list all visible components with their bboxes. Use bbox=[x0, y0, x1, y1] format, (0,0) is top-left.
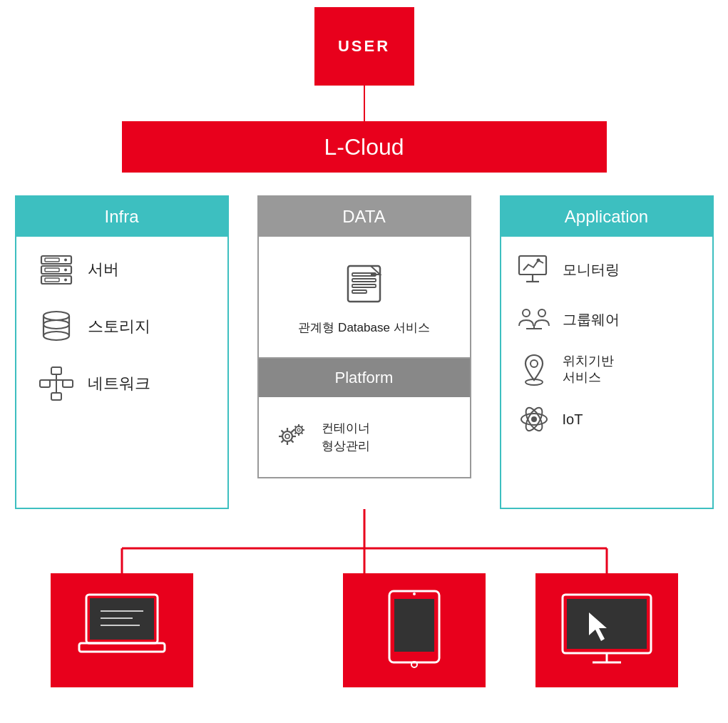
app-item-iot: IoT bbox=[516, 401, 698, 438]
db-label: 관계형 Database 서비스 bbox=[298, 319, 429, 336]
svg-point-52 bbox=[538, 309, 545, 317]
line-user-lcloud bbox=[364, 86, 365, 121]
platform-header: Platform bbox=[259, 359, 470, 397]
network-icon bbox=[38, 365, 75, 402]
server-label: 서버 bbox=[88, 259, 119, 280]
svg-point-57 bbox=[531, 416, 537, 422]
lcloud-label: L-Cloud bbox=[324, 134, 404, 160]
svg-point-75 bbox=[413, 593, 416, 595]
monitor-chart-icon bbox=[516, 251, 553, 288]
svg-line-33 bbox=[282, 430, 284, 432]
storage-icon bbox=[38, 308, 75, 345]
app-item-monitoring: 모니터링 bbox=[516, 251, 698, 288]
groupware-label: 그룹웨어 bbox=[563, 310, 620, 329]
devices-row bbox=[15, 573, 714, 687]
svg-rect-68 bbox=[79, 643, 165, 652]
svg-rect-22 bbox=[348, 266, 380, 302]
infra-column: Infra bbox=[15, 195, 229, 509]
svg-point-37 bbox=[295, 426, 302, 434]
platform-label: 컨테이너 형상관리 bbox=[322, 419, 370, 456]
infra-body: 서버 스토리지 bbox=[16, 237, 227, 508]
svg-rect-24 bbox=[352, 279, 376, 282]
svg-rect-16 bbox=[63, 380, 73, 387]
lcloud-box: L-Cloud bbox=[122, 121, 607, 173]
svg-line-35 bbox=[282, 440, 284, 442]
svg-rect-6 bbox=[45, 258, 59, 262]
svg-rect-17 bbox=[51, 393, 61, 400]
svg-rect-15 bbox=[40, 380, 50, 387]
app-item-location: 위치기반 서비스 bbox=[516, 351, 698, 388]
svg-rect-26 bbox=[352, 290, 366, 293]
svg-point-9 bbox=[43, 312, 69, 320]
svg-rect-25 bbox=[352, 284, 376, 287]
user-label: USER bbox=[338, 37, 390, 56]
svg-rect-7 bbox=[45, 268, 59, 272]
device-laptop bbox=[51, 573, 193, 687]
server-icon bbox=[38, 251, 75, 288]
svg-line-34 bbox=[292, 440, 294, 442]
svg-rect-14 bbox=[51, 367, 61, 374]
monitoring-label: 모니터링 bbox=[563, 260, 620, 279]
svg-line-43 bbox=[295, 426, 297, 427]
svg-point-4 bbox=[64, 269, 67, 272]
infra-item-network: 네트워크 bbox=[38, 365, 206, 402]
app-header: Application bbox=[501, 197, 712, 237]
network-label: 네트워크 bbox=[88, 373, 150, 394]
db-icon bbox=[339, 258, 389, 308]
user-box: USER bbox=[314, 7, 414, 86]
infra-header: Infra bbox=[16, 197, 227, 237]
svg-point-50 bbox=[536, 259, 540, 262]
svg-point-13 bbox=[43, 320, 69, 329]
svg-point-12 bbox=[43, 332, 69, 340]
svg-point-51 bbox=[523, 309, 530, 317]
group-icon bbox=[516, 301, 553, 338]
connector-lines bbox=[15, 509, 714, 573]
svg-line-46 bbox=[302, 426, 303, 427]
application-column: Application 모니터링 bbox=[500, 195, 714, 509]
gear-icon bbox=[273, 419, 310, 456]
svg-rect-77 bbox=[567, 599, 647, 649]
svg-rect-8 bbox=[45, 278, 59, 282]
data-header: DATA bbox=[259, 197, 470, 237]
device-tablet bbox=[343, 573, 486, 687]
bottom-section bbox=[15, 509, 714, 687]
svg-line-45 bbox=[295, 432, 297, 434]
svg-point-5 bbox=[64, 279, 67, 282]
storage-label: 스토리지 bbox=[88, 316, 150, 337]
infra-item-storage: 스토리지 bbox=[38, 308, 206, 345]
atom-icon bbox=[516, 401, 553, 438]
svg-point-3 bbox=[64, 259, 67, 262]
platform-body: 컨테이너 형상관리 bbox=[259, 397, 470, 477]
location-icon bbox=[516, 351, 553, 388]
columns-area: Infra bbox=[15, 195, 714, 509]
svg-point-28 bbox=[285, 434, 289, 439]
svg-rect-73 bbox=[394, 599, 434, 652]
app-body: 모니터링 그룹웨어 bbox=[501, 237, 712, 508]
data-column: DATA 관계형 Database 서비스 bbox=[257, 195, 471, 478]
infra-item-server: 서버 bbox=[38, 251, 206, 288]
diagram-container: USER L-Cloud Infra bbox=[0, 0, 728, 723]
svg-point-27 bbox=[282, 431, 292, 441]
svg-point-38 bbox=[297, 429, 300, 431]
data-body-top: 관계형 Database 서비스 bbox=[259, 237, 470, 359]
app-item-groupware: 그룹웨어 bbox=[516, 301, 698, 338]
svg-line-44 bbox=[302, 432, 303, 434]
location-label: 위치기반 서비스 bbox=[563, 353, 614, 386]
svg-rect-47 bbox=[519, 256, 546, 275]
iot-label: IoT bbox=[563, 410, 583, 429]
device-desktop bbox=[535, 573, 678, 687]
svg-point-55 bbox=[530, 360, 538, 367]
